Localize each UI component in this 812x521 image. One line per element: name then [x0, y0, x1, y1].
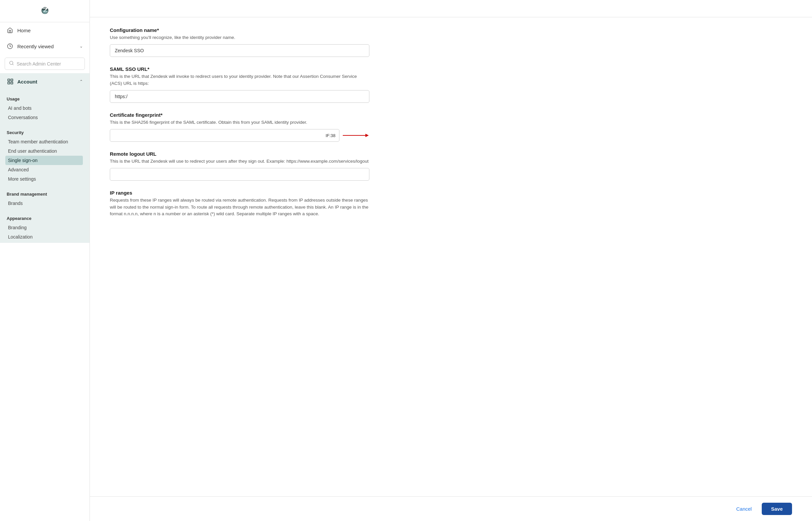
appearance-section-title: Appearance: [7, 216, 83, 221]
cert-input-row: IF:38: [110, 129, 369, 142]
ip-ranges-group: IP ranges Requests from these IP ranges …: [110, 190, 369, 217]
brand-management-section-title: Brand management: [7, 191, 83, 197]
svg-rect-5: [8, 82, 10, 84]
sidebar-item-ai-and-bots[interactable]: AI and bots: [7, 104, 83, 113]
appearance-section: Appearance Branding Localization: [0, 209, 90, 243]
search-input[interactable]: [17, 61, 81, 67]
cert-hint-value: IF:38: [325, 133, 335, 138]
sidebar-item-localization[interactable]: Localization: [7, 232, 83, 242]
saml-url-description: This is the URL that Zendesk will invoke…: [110, 73, 369, 87]
account-header-left: Account: [7, 78, 37, 85]
ip-ranges-label: IP ranges: [110, 190, 369, 196]
config-name-description: Use something you'll recognize, like the…: [110, 34, 369, 41]
brand-management-section: Brand management Brands: [0, 185, 90, 209]
zendesk-logo-icon: [38, 6, 51, 16]
search-box[interactable]: [5, 58, 85, 70]
sidebar-item-brands[interactable]: Brands: [7, 199, 83, 208]
home-icon: [7, 27, 13, 33]
sidebar-item-home[interactable]: Home: [0, 22, 90, 38]
remote-logout-group: Remote logout URL This is the URL that Z…: [110, 151, 369, 181]
sidebar-item-branding[interactable]: Branding: [7, 223, 83, 232]
ip-ranges-description: Requests from these IP ranges will alway…: [110, 197, 369, 217]
sidebar-item-single-sign-on[interactable]: Single sign-on: [5, 156, 83, 165]
sidebar-item-recently-viewed[interactable]: Recently viewed ⌄: [0, 38, 90, 54]
chevron-down-icon: ⌄: [80, 44, 83, 49]
cancel-button[interactable]: Cancel: [731, 503, 757, 514]
sidebar-item-end-user-auth[interactable]: End user authentication: [7, 146, 83, 156]
security-section: Security Team member authentication End …: [0, 123, 90, 185]
sidebar-item-team-member-auth[interactable]: Team member authentication: [7, 137, 83, 146]
account-header[interactable]: Account ⌃: [0, 73, 90, 90]
main-content-area: Configuration name* Use something you'll…: [90, 0, 812, 521]
logo-container: [0, 0, 90, 22]
svg-rect-6: [11, 82, 13, 84]
sidebar-item-more-settings[interactable]: More settings: [7, 174, 83, 184]
clock-icon: [7, 43, 13, 50]
save-button[interactable]: Save: [762, 503, 792, 515]
cert-input-wrapper: IF:38: [110, 129, 339, 142]
recently-viewed-left: Recently viewed: [7, 43, 53, 50]
form-content: Configuration name* Use something you'll…: [90, 17, 389, 236]
svg-rect-4: [11, 79, 13, 81]
cert-fingerprint-input[interactable]: [110, 129, 339, 142]
saml-url-group: SAML SSO URL* This is the URL that Zende…: [110, 66, 369, 103]
remote-logout-description: This is the URL that Zendesk will use to…: [110, 158, 369, 165]
remote-logout-input[interactable]: [110, 168, 369, 181]
config-name-label: Configuration name*: [110, 27, 369, 33]
red-arrow-icon: [343, 132, 369, 138]
cert-arrow-indicator: [343, 132, 369, 138]
sidebar-item-conversations[interactable]: Conversations: [7, 113, 83, 122]
saml-url-label: SAML SSO URL*: [110, 66, 369, 72]
sidebar: Home Recently viewed ⌄: [0, 0, 90, 521]
home-label: Home: [17, 28, 30, 33]
saml-url-input[interactable]: [110, 90, 369, 103]
recently-viewed-label: Recently viewed: [17, 44, 53, 49]
remote-logout-label: Remote logout URL: [110, 151, 369, 157]
chevron-up-icon: ⌃: [80, 79, 83, 84]
security-section-title: Security: [7, 130, 83, 135]
account-label: Account: [17, 79, 37, 85]
cert-fingerprint-group: Certificate fingerprint* This is the SHA…: [110, 112, 369, 142]
account-icon: [7, 78, 14, 85]
config-name-group: Configuration name* Use something you'll…: [110, 27, 369, 57]
usage-section: Usage AI and bots Conversations: [0, 90, 90, 123]
svg-marker-8: [365, 134, 369, 137]
top-bar: [90, 0, 812, 17]
account-section: Account ⌃ Usage AI and bots Conversation…: [0, 73, 90, 243]
search-icon: [9, 61, 14, 67]
cert-fingerprint-description: This is the SHA256 fingerprint of the SA…: [110, 119, 369, 126]
cert-fingerprint-label: Certificate fingerprint*: [110, 112, 369, 118]
form-footer: Cancel Save: [90, 496, 812, 521]
sidebar-item-advanced[interactable]: Advanced: [7, 165, 83, 174]
usage-section-title: Usage: [7, 96, 83, 101]
svg-line-2: [12, 64, 13, 65]
svg-rect-3: [8, 79, 10, 81]
config-name-input[interactable]: [110, 44, 369, 57]
